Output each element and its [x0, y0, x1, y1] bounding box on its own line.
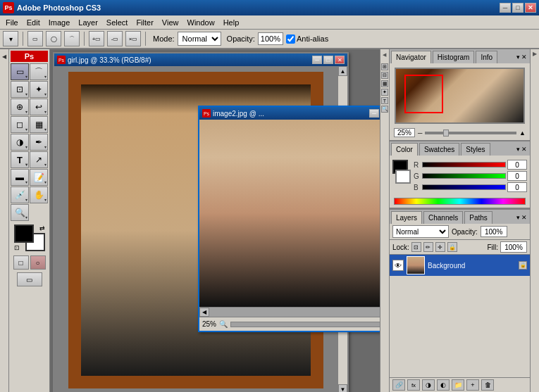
minimize-button[interactable]: ─: [500, 3, 511, 13]
tab-navigator[interactable]: Navigator: [391, 51, 431, 63]
tab-histogram[interactable]: Histogram: [433, 51, 475, 63]
mid-tool-2[interactable]: ⊟: [381, 72, 388, 79]
layer-opacity-input[interactable]: 100%: [481, 226, 507, 237]
doc1-controls[interactable]: ─ □ ✕: [312, 56, 345, 64]
standard-mode-btn[interactable]: □: [13, 255, 29, 270]
green-track[interactable]: [422, 173, 506, 179]
tool-preset-btn[interactable]: ▾: [3, 31, 18, 46]
mode-select[interactable]: Normal: [178, 32, 221, 46]
nav-zoom-input[interactable]: [394, 128, 415, 137]
menu-file[interactable]: File: [1, 18, 23, 27]
layer-group-btn[interactable]: 📁: [452, 379, 464, 391]
layers-panel-close[interactable]: ✕: [521, 214, 527, 221]
close-button[interactable]: ✕: [525, 3, 536, 13]
nav-panel-menu[interactable]: ▾: [516, 53, 520, 61]
lasso-btn[interactable]: ⌒: [64, 31, 80, 46]
blue-track[interactable]: [422, 184, 506, 190]
quick-mask-btn[interactable]: ○: [30, 255, 46, 270]
layers-panel-menu[interactable]: ▾: [516, 214, 520, 221]
shape-tool[interactable]: ▬▾: [11, 169, 29, 186]
hand-tool[interactable]: ✋▾: [30, 186, 48, 203]
mid-tool-4[interactable]: ✦: [381, 89, 388, 96]
maximize-button[interactable]: □: [512, 3, 523, 13]
green-value[interactable]: 0: [507, 171, 527, 181]
menu-select[interactable]: Select: [102, 18, 132, 27]
mid-tool-1[interactable]: ⊞: [381, 63, 388, 70]
bg-color-swatch[interactable]: [395, 170, 411, 184]
reset-colors-icon[interactable]: ⊡: [14, 244, 20, 251]
color-panel-close[interactable]: ✕: [521, 146, 527, 153]
tab-swatches[interactable]: Swatches: [419, 143, 459, 156]
blend-mode-select[interactable]: Normal: [392, 225, 449, 238]
mid-tool-6[interactable]: 🔍: [381, 106, 388, 113]
dodge-tool[interactable]: ◑▾: [11, 134, 29, 151]
tab-layers[interactable]: Layers: [391, 211, 422, 224]
layer-visibility-toggle[interactable]: 👁: [392, 260, 404, 271]
marquee-tool[interactable]: ▭▾: [11, 63, 29, 80]
zoom-tool[interactable]: 🔍▾: [11, 204, 29, 221]
menu-view[interactable]: View: [158, 18, 183, 27]
foreground-color[interactable]: [14, 225, 34, 243]
pen-tool[interactable]: ✒▾: [30, 134, 48, 151]
red-value[interactable]: 0: [507, 160, 527, 170]
antialias-check[interactable]: Anti-alias: [286, 34, 328, 44]
subtract-select-btn[interactable]: -▭: [107, 31, 123, 46]
doc2-scrollbar-h[interactable]: ◀ ▶: [199, 307, 380, 317]
doc2-controls[interactable]: ─ □ ✕: [369, 109, 380, 118]
tab-color[interactable]: Color: [391, 143, 418, 156]
doc2-scroll-left[interactable]: ◀: [199, 308, 209, 317]
menu-help[interactable]: Help: [219, 18, 244, 27]
opacity-input[interactable]: [258, 32, 283, 45]
layer-delete-btn[interactable]: 🗑: [481, 379, 494, 391]
scroll-down-arrow[interactable]: ▼: [338, 384, 347, 392]
path-select-tool[interactable]: ↗▾: [30, 151, 48, 168]
menu-edit[interactable]: Edit: [23, 18, 44, 27]
layer-new-btn[interactable]: +: [466, 379, 479, 391]
rect-select-btn[interactable]: ▭: [27, 31, 43, 46]
nav-zoom-slider[interactable]: [425, 132, 516, 134]
nav-slider-thumb[interactable]: [443, 129, 449, 137]
title-controls[interactable]: ─ □ ✕: [500, 3, 536, 13]
intersect-select-btn[interactable]: ×▭: [125, 31, 141, 46]
scroll-up-arrow[interactable]: ▲: [338, 66, 347, 76]
healing-tool[interactable]: ✦▾: [30, 81, 48, 98]
type-tool[interactable]: T▾: [11, 151, 29, 168]
gradient-tool[interactable]: ▦▾: [30, 116, 48, 133]
tab-info[interactable]: Info: [476, 51, 497, 63]
menu-filter[interactable]: Filter: [132, 18, 157, 27]
color-panel-menu[interactable]: ▾: [516, 146, 520, 153]
screen-mode-btn[interactable]: ▭: [17, 272, 42, 286]
fill-value-input[interactable]: 100%: [500, 241, 527, 253]
lock-position-icon[interactable]: ✛: [435, 242, 445, 252]
lock-image-icon[interactable]: ✏: [423, 242, 433, 252]
nav-panel-close[interactable]: ✕: [521, 53, 527, 61]
lock-transparent-icon[interactable]: ⊡: [411, 242, 421, 252]
notes-tool[interactable]: 📝▾: [30, 169, 48, 186]
red-track[interactable]: [422, 162, 506, 167]
eyedropper-tool[interactable]: 💉▾: [11, 186, 29, 203]
doc1-close[interactable]: ✕: [335, 56, 345, 64]
mid-tool-5[interactable]: T: [381, 97, 388, 104]
add-select-btn[interactable]: +▭: [89, 31, 104, 46]
layer-fx-btn[interactable]: fx: [407, 379, 420, 391]
ellipse-select-btn[interactable]: ◯: [46, 31, 61, 46]
tab-paths[interactable]: Paths: [464, 211, 492, 224]
menu-window[interactable]: Window: [183, 18, 219, 27]
layer-mask-btn[interactable]: ◑: [422, 379, 435, 391]
crop-tool[interactable]: ⊡▾: [11, 81, 29, 98]
menu-layer[interactable]: Layer: [74, 18, 102, 27]
doc2-track-h[interactable]: [209, 308, 380, 317]
switch-colors-icon[interactable]: ⇄: [39, 225, 45, 232]
antialias-checkbox[interactable]: [286, 34, 295, 44]
clone-tool[interactable]: ⊕▾: [11, 99, 29, 115]
color-spectrum[interactable]: [394, 198, 526, 205]
lock-all-icon[interactable]: 🔒: [447, 242, 457, 252]
lasso-tool[interactable]: ⌒▾: [30, 63, 48, 80]
tab-styles[interactable]: Styles: [461, 143, 490, 156]
doc2-minimize[interactable]: ─: [369, 109, 379, 118]
history-brush[interactable]: ↩▾: [30, 99, 48, 115]
tab-channels[interactable]: Channels: [423, 211, 463, 224]
doc1-minimize[interactable]: ─: [312, 56, 322, 64]
blue-value[interactable]: 0: [507, 182, 527, 192]
mid-tool-3[interactable]: ▦: [381, 80, 388, 87]
